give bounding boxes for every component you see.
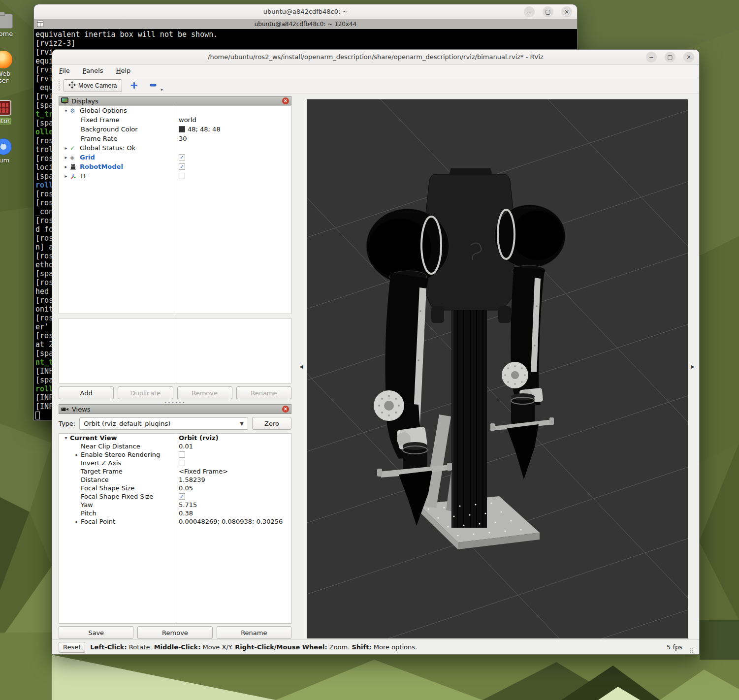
- menu-help[interactable]: Help: [116, 67, 131, 74]
- rviz-titlebar[interactable]: /home/ubuntu/ros2_ws/install/openarm_des…: [52, 50, 699, 64]
- value-text[interactable]: 0.00048269; 0.080938; 0.30256: [179, 518, 283, 525]
- checkbox[interactable]: ✓: [179, 493, 185, 500]
- rename-button[interactable]: Rename: [217, 626, 291, 639]
- minimize-icon[interactable]: −: [646, 52, 657, 63]
- displays-description-pane: [59, 318, 291, 383]
- property-label: Grid: [80, 154, 95, 161]
- tree-row[interactable]: ▸Enable Stereo Rendering: [59, 450, 291, 459]
- maximize-icon[interactable]: ▢: [543, 6, 553, 17]
- checkbox[interactable]: [179, 451, 185, 458]
- collapse-left-icon[interactable]: ◀: [299, 364, 303, 369]
- tree-row[interactable]: ▾⚙Global Options: [59, 106, 291, 115]
- property-value: 48; 48; 48: [179, 126, 290, 133]
- desktop-icon-firefox[interactable]: Web ser: [0, 51, 20, 84]
- color-swatch[interactable]: [179, 126, 185, 132]
- value-text[interactable]: 48; 48; 48: [188, 126, 221, 133]
- views-panel-header[interactable]: Views ×: [59, 404, 291, 414]
- toolbar-drag-handle[interactable]: [58, 80, 61, 91]
- maximize-icon[interactable]: ▢: [665, 52, 675, 63]
- tree-row[interactable]: Distance1.58239: [59, 476, 291, 484]
- tree-row[interactable]: ▸◈Grid✓: [59, 153, 291, 162]
- menu-file[interactable]: File: [59, 67, 70, 74]
- calculator-icon: [0, 100, 11, 116]
- checkbox[interactable]: ✓: [179, 154, 185, 160]
- rviz-menubar: File Panels Help: [52, 64, 699, 77]
- tree-row[interactable]: Focal Shape Fixed Size✓: [59, 492, 291, 501]
- view-type-select[interactable]: Orbit (rviz_default_plugins) ▼: [79, 417, 248, 430]
- tree-row[interactable]: Near Clip Distance0.01: [59, 442, 291, 450]
- tree-row[interactable]: ▸✓Global Status: Ok: [59, 143, 291, 153]
- view-type-row: Type: Orbit (rviz_default_plugins) ▼ Zer…: [59, 417, 291, 430]
- tree-row[interactable]: Fixed Frameworld: [59, 115, 291, 125]
- tree-row[interactable]: Background Color48; 48; 48: [59, 125, 291, 134]
- value-text[interactable]: 30: [179, 135, 187, 142]
- close-icon[interactable]: ×: [282, 406, 289, 413]
- value-text[interactable]: Orbit (rviz): [179, 434, 219, 442]
- tree-row[interactable]: Target Frame<Fixed Frame>: [59, 467, 291, 476]
- checkbox[interactable]: ✓: [179, 163, 185, 170]
- checkbox[interactable]: [179, 460, 185, 466]
- tree-row[interactable]: ▸RobotModel✓: [59, 162, 291, 171]
- resize-grip[interactable]: [689, 648, 694, 653]
- value-text[interactable]: 1.58239: [179, 476, 205, 483]
- tree-row[interactable]: Focal Shape Size0.05: [59, 484, 291, 492]
- property-label: Yaw: [81, 501, 93, 509]
- property-label: RobotModel: [80, 163, 123, 170]
- expander-icon[interactable]: ▾: [62, 108, 70, 113]
- rename-button[interactable]: Rename: [236, 386, 291, 399]
- tree-row[interactable]: Frame Rate30: [59, 134, 291, 143]
- desktop-icon-label: ser: [0, 77, 20, 84]
- terminal-titlebar[interactable]: ubuntu@a842cdfb48c0: ~ − ▢ ×: [34, 4, 577, 19]
- add-button[interactable]: Add: [59, 386, 114, 399]
- reset-button[interactable]: Reset: [59, 642, 85, 653]
- save-button[interactable]: Save: [59, 626, 133, 639]
- grid-icon: ◈: [70, 154, 80, 161]
- value-text[interactable]: 0.01: [179, 443, 193, 450]
- tree-row[interactable]: ▸Focal Point0.00048269; 0.080938; 0.3025…: [59, 517, 291, 526]
- add-tool-button[interactable]: [128, 82, 141, 89]
- property-value: 30: [179, 135, 290, 142]
- zero-button[interactable]: Zero: [252, 417, 291, 430]
- close-icon[interactable]: ×: [282, 97, 289, 104]
- remove-button[interactable]: Remove: [177, 386, 232, 399]
- value-text[interactable]: 0.05: [179, 484, 193, 492]
- expander-icon[interactable]: ▸: [73, 452, 81, 457]
- menu-panels[interactable]: Panels: [83, 67, 103, 74]
- expander-icon[interactable]: ▸: [62, 145, 70, 151]
- close-icon[interactable]: ×: [683, 52, 694, 63]
- desktop-icon-label: Home: [0, 31, 20, 37]
- remove-button[interactable]: Remove: [137, 626, 212, 639]
- 3d-viewport[interactable]: [307, 99, 687, 638]
- desktop-icon-calculator[interactable]: ator: [0, 100, 20, 125]
- tree-row[interactable]: Invert Z Axis: [59, 459, 291, 467]
- checkbox[interactable]: [179, 173, 185, 179]
- remove-tool-button[interactable]: ▾: [147, 82, 160, 89]
- expander-icon[interactable]: ▸: [73, 519, 81, 524]
- value-text[interactable]: 0.38: [179, 509, 193, 517]
- desktop-icon-chromium[interactable]: ium: [0, 138, 20, 164]
- property-value: ✓: [179, 163, 290, 170]
- terminal-tabbar[interactable]: ubuntu@a842cdfb48c0: ~ 120x44: [34, 19, 577, 29]
- tree-row[interactable]: ▸TF: [59, 171, 291, 181]
- tree-row[interactable]: Pitch0.38: [59, 509, 291, 517]
- move-camera-button[interactable]: Move Camera: [64, 79, 122, 92]
- value-text[interactable]: world: [179, 116, 196, 124]
- displays-panel-header[interactable]: Displays ×: [59, 96, 291, 106]
- type-label: Type:: [59, 420, 75, 427]
- expander-icon[interactable]: ▸: [62, 173, 70, 179]
- expander-icon[interactable]: ▸: [62, 164, 70, 169]
- tree-row[interactable]: Yaw5.715: [59, 501, 291, 509]
- gear-icon: ⚙: [70, 107, 80, 114]
- expander-icon[interactable]: ▾: [62, 435, 70, 441]
- property-value: 1.58239: [179, 476, 290, 483]
- close-icon[interactable]: ×: [561, 6, 572, 17]
- desktop-icon-home[interactable]: Home: [0, 14, 20, 37]
- value-text[interactable]: <Fixed Frame>: [179, 468, 228, 475]
- desktop-icon-label: Web: [0, 70, 20, 77]
- value-text[interactable]: 5.715: [179, 501, 197, 509]
- minimize-icon[interactable]: −: [524, 6, 535, 17]
- collapse-right-icon[interactable]: ▶: [691, 364, 695, 369]
- tree-row[interactable]: ▾Current ViewOrbit (rviz): [59, 434, 291, 442]
- expander-icon[interactable]: ▸: [62, 155, 70, 160]
- duplicate-button[interactable]: Duplicate: [118, 386, 173, 399]
